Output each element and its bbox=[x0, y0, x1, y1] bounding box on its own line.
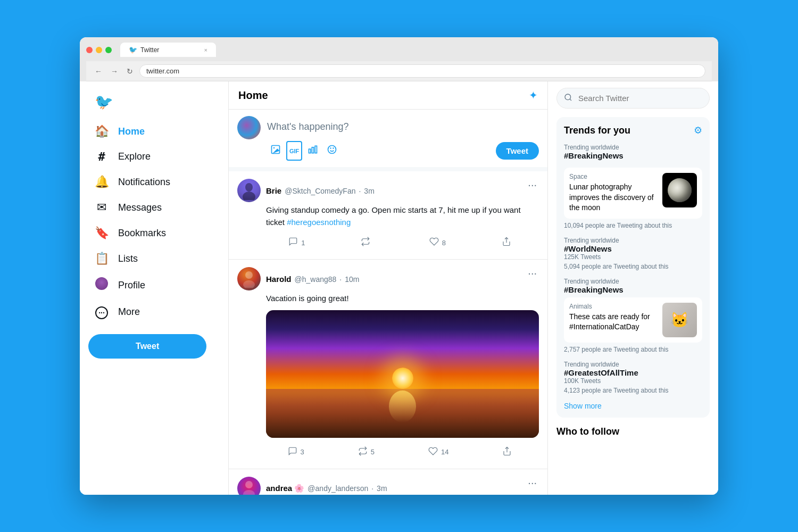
who-to-follow-title: Who to follow bbox=[556, 426, 710, 437]
show-more-link[interactable]: Show more bbox=[564, 402, 702, 410]
retweet-count: 5 bbox=[371, 448, 375, 456]
refresh-button[interactable]: ↻ bbox=[124, 66, 135, 77]
url-input[interactable] bbox=[139, 64, 705, 78]
sunset-photo bbox=[266, 310, 539, 438]
sidebar-item-messages[interactable]: ✉ Messages bbox=[88, 195, 220, 220]
trend-count: 100K Tweets bbox=[564, 377, 702, 385]
sidebar-item-profile[interactable]: Profile bbox=[88, 272, 220, 298]
reply-icon bbox=[288, 446, 297, 458]
svg-point-5 bbox=[328, 146, 336, 154]
close-button[interactable] bbox=[86, 47, 93, 53]
tweet-meta: Brie @Sktch_ComedyFan · 3m bbox=[266, 186, 375, 195]
tweet-more-button[interactable]: ··· bbox=[526, 179, 539, 191]
like-button[interactable]: 14 bbox=[424, 443, 453, 461]
tweet-author-name: Brie bbox=[266, 186, 281, 195]
trend-hashtag: #GreatestOfAllTime bbox=[564, 368, 702, 377]
maximize-button[interactable] bbox=[105, 47, 112, 53]
back-button[interactable]: ← bbox=[93, 66, 104, 77]
tweet-header: Harold @h_wang88 · 10m ··· bbox=[237, 267, 539, 290]
right-sidebar: Trends for you ⚙ Trending worldwide #Bre… bbox=[548, 81, 718, 495]
compose-placeholder[interactable]: What's happening? bbox=[267, 116, 539, 141]
trend-item[interactable]: Trending worldwide #BreakingNews bbox=[564, 144, 702, 160]
tweet-text: Vacation is going great! bbox=[266, 294, 349, 303]
svg-point-11 bbox=[245, 271, 253, 279]
sidebar-item-home[interactable]: 🏠 Home bbox=[88, 119, 220, 144]
reply-button[interactable]: 3 bbox=[284, 443, 309, 461]
tweet-hashtag[interactable]: #heregoesnothing bbox=[287, 218, 351, 227]
sparkle-icon[interactable]: ✦ bbox=[529, 89, 538, 102]
trend-people: 4,123 people are Tweeting about this bbox=[564, 387, 702, 394]
retweet-button[interactable]: 5 bbox=[354, 443, 379, 461]
envelope-icon: ✉ bbox=[95, 201, 109, 214]
bell-icon: 🔔 bbox=[95, 175, 109, 189]
share-icon bbox=[502, 446, 512, 458]
home-icon: 🏠 bbox=[95, 124, 109, 138]
trend-item[interactable]: Trending worldwide #GreatestOfAllTime 10… bbox=[564, 361, 702, 394]
reply-count: 3 bbox=[301, 448, 304, 456]
tweet-button[interactable]: Tweet bbox=[88, 334, 206, 359]
svg-rect-2 bbox=[309, 149, 311, 153]
bookmark-icon: 🔖 bbox=[95, 226, 109, 240]
trend-card-label: Space bbox=[569, 173, 657, 180]
reply-button[interactable]: 1 bbox=[284, 234, 309, 252]
poll-button[interactable] bbox=[304, 141, 321, 161]
share-button[interactable] bbox=[497, 234, 516, 252]
list-icon: 📋 bbox=[95, 252, 109, 265]
browser-tab[interactable]: 🐦 Twitter × bbox=[120, 43, 216, 57]
minimize-button[interactable] bbox=[96, 47, 102, 53]
tweet-time: · bbox=[339, 275, 342, 284]
emoji-button[interactable] bbox=[323, 141, 340, 161]
like-button[interactable]: 8 bbox=[425, 234, 450, 252]
tweet-header: Brie @Sktch_ComedyFan · 3m ··· bbox=[237, 179, 539, 202]
tab-favicon: 🐦 bbox=[129, 46, 137, 54]
trend-category: Trending worldwide bbox=[564, 278, 702, 285]
reply-icon bbox=[288, 237, 298, 248]
tweet-time: · bbox=[359, 187, 361, 195]
trend-item[interactable]: Trending worldwide #BreakingNews Animals… bbox=[564, 278, 702, 353]
hashtag-icon: # bbox=[95, 150, 109, 163]
svg-line-17 bbox=[570, 99, 571, 101]
tweet-user-info: andrea 🌸 @andy_landerson · 3m bbox=[237, 477, 387, 495]
trend-hashtag: #WorldNews bbox=[564, 244, 702, 253]
heart-icon bbox=[429, 237, 439, 248]
sidebar-item-explore[interactable]: # Explore bbox=[88, 145, 220, 169]
forward-button[interactable]: → bbox=[109, 66, 120, 77]
sidebar-item-bookmarks[interactable]: 🔖 Bookmarks bbox=[88, 221, 220, 245]
tweet-author-name: andrea 🌸 bbox=[266, 484, 304, 493]
search-input[interactable] bbox=[556, 88, 710, 109]
share-button[interactable] bbox=[498, 443, 516, 461]
trend-card: Animals These cats are ready for #Intern… bbox=[564, 297, 702, 343]
tweet-more-button[interactable]: ··· bbox=[526, 477, 539, 489]
trend-item[interactable]: Space Lunar photography improves the dis… bbox=[564, 168, 702, 229]
image-upload-button[interactable] bbox=[267, 141, 284, 161]
trend-card-label: Animals bbox=[569, 303, 657, 310]
tweet-actions: 3 5 14 bbox=[261, 443, 539, 461]
trend-thumbnail bbox=[662, 173, 697, 207]
sidebar-item-notifications[interactable]: 🔔 Notifications bbox=[88, 170, 220, 194]
tab-close-button[interactable]: × bbox=[204, 47, 207, 53]
tweet-user-info: Harold @h_wang88 · 10m bbox=[237, 267, 359, 290]
trend-hashtag: #BreakingNews bbox=[564, 285, 702, 294]
svg-rect-3 bbox=[312, 147, 314, 153]
trend-card: Space Lunar photography improves the dis… bbox=[564, 168, 702, 219]
sidebar-item-label-more: More bbox=[118, 306, 140, 318]
app-content: 🐦 🏠 Home # Explore 🔔 Notifications ✉ Mes… bbox=[80, 81, 718, 495]
feed-title: Home bbox=[238, 89, 268, 102]
sidebar-item-more[interactable]: ··· More bbox=[88, 300, 220, 325]
retweet-button[interactable] bbox=[356, 234, 378, 252]
tweet-submit-button[interactable]: Tweet bbox=[496, 142, 539, 160]
svg-point-14 bbox=[245, 481, 253, 488]
trend-item[interactable]: Trending worldwide #WorldNews 125K Tweet… bbox=[564, 237, 702, 270]
tweet-content: Vacation is going great! bbox=[266, 293, 539, 305]
tweet-more-button[interactable]: ··· bbox=[526, 267, 539, 279]
sidebar-item-lists[interactable]: 📋 Lists bbox=[88, 246, 220, 271]
avatar bbox=[237, 267, 261, 290]
svg-rect-4 bbox=[315, 146, 317, 153]
compose-box: What's happening? GIF bbox=[229, 110, 547, 171]
tweet-item: andrea 🌸 @andy_landerson · 3m ··· How ma… bbox=[229, 469, 547, 495]
like-count: 14 bbox=[441, 448, 448, 456]
sun bbox=[392, 368, 413, 389]
retweet-icon bbox=[358, 446, 368, 458]
gif-button[interactable]: GIF bbox=[286, 141, 302, 161]
settings-icon[interactable]: ⚙ bbox=[694, 124, 702, 136]
